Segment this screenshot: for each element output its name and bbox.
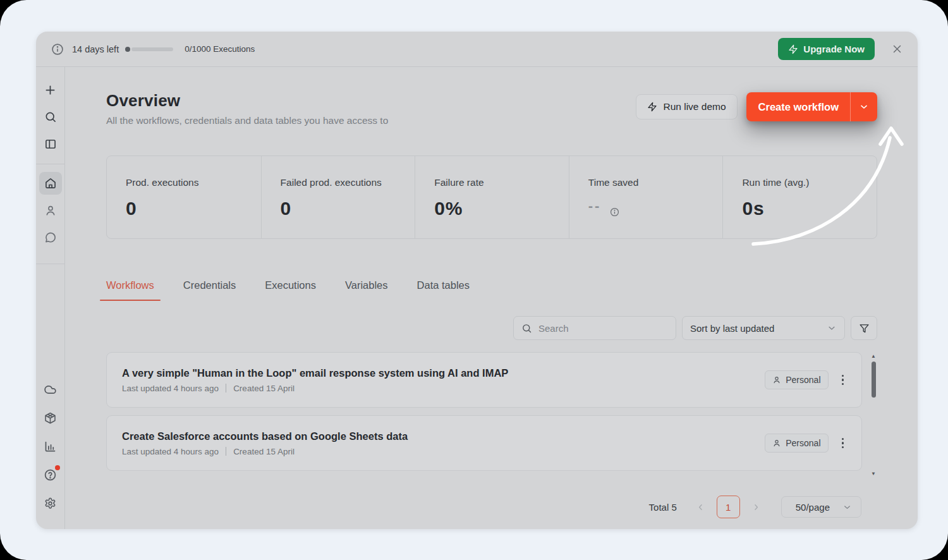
stat-failure-rate: Failure rate 0% bbox=[415, 156, 569, 238]
kebab-menu-icon[interactable] bbox=[839, 435, 847, 451]
page-title: Overview bbox=[106, 91, 388, 111]
search-input-wrapper bbox=[513, 316, 676, 340]
trial-banner: 14 days left 0/1000 Executions Upgrade N… bbox=[36, 32, 918, 67]
sidebar bbox=[36, 67, 65, 529]
tab-variables[interactable]: Variables bbox=[345, 279, 388, 301]
person-icon bbox=[772, 439, 781, 447]
stat-time-saved: Time saved -- bbox=[569, 156, 723, 238]
filter-icon bbox=[859, 323, 870, 334]
sidebar-item-chat[interactable] bbox=[39, 226, 62, 249]
info-icon bbox=[51, 43, 64, 56]
workflow-updated: Last updated 4 hours ago bbox=[122, 384, 219, 393]
page-background: 14 days left 0/1000 Executions Upgrade N… bbox=[0, 0, 948, 560]
scrollbar-thumb[interactable] bbox=[872, 362, 876, 398]
panel-toggle-icon[interactable] bbox=[39, 133, 62, 155]
ownership-badge[interactable]: Personal bbox=[765, 434, 828, 453]
chevron-down-icon bbox=[842, 502, 852, 512]
executions-quota: 0/1000 Executions bbox=[185, 44, 255, 54]
tab-data-tables[interactable]: Data tables bbox=[417, 279, 470, 301]
pagination-total: Total 5 bbox=[649, 502, 677, 513]
workflow-card[interactable]: A very simple "Human in the Loop" email … bbox=[106, 352, 862, 408]
sidebar-divider bbox=[36, 164, 65, 164]
workflow-list: A very simple "Human in the Loop" email … bbox=[106, 352, 877, 478]
stat-run-time-avg: Run time (avg.) 0s bbox=[722, 156, 877, 238]
executions-progress-bar bbox=[125, 47, 173, 52]
meta-divider bbox=[226, 384, 226, 393]
workflow-title: Create Salesforce accounts based on Goog… bbox=[122, 430, 408, 442]
chevron-down-icon bbox=[827, 323, 837, 333]
page-subtitle: All the workflows, credentials and data … bbox=[106, 115, 388, 126]
help-icon[interactable] bbox=[39, 463, 62, 486]
stat-prod-executions: Prod. executions 0 bbox=[107, 156, 261, 238]
notification-dot bbox=[55, 465, 60, 470]
person-icon bbox=[772, 375, 781, 384]
workflow-title: A very simple "Human in the Loop" email … bbox=[122, 367, 508, 379]
new-workflow-plus-icon[interactable] bbox=[39, 78, 62, 101]
cloud-icon[interactable] bbox=[39, 378, 62, 401]
chevron-left-icon[interactable] bbox=[692, 502, 709, 512]
info-icon[interactable] bbox=[610, 207, 619, 217]
sidebar-item-users[interactable] bbox=[39, 199, 62, 222]
zap-icon bbox=[788, 44, 798, 54]
tab-credentials[interactable]: Credentials bbox=[183, 279, 236, 301]
main-content: Overview All the workflows, credentials … bbox=[65, 67, 918, 529]
filter-button[interactable] bbox=[851, 316, 877, 340]
page-size-dropdown[interactable]: 50/page bbox=[781, 496, 861, 518]
sidebar-divider bbox=[36, 264, 65, 264]
sidebar-item-home[interactable] bbox=[39, 172, 62, 195]
close-banner-icon[interactable] bbox=[892, 44, 902, 54]
tab-workflows[interactable]: Workflows bbox=[106, 279, 154, 301]
upgrade-now-button[interactable]: Upgrade Now bbox=[778, 38, 875, 60]
resource-tabs: Workflows Credentials Executions Variabl… bbox=[106, 279, 877, 301]
kebab-menu-icon[interactable] bbox=[839, 372, 847, 388]
package-icon[interactable] bbox=[39, 406, 62, 429]
workflow-card[interactable]: Create Salesforce accounts based on Goog… bbox=[106, 415, 862, 471]
run-live-demo-button[interactable]: Run live demo bbox=[636, 94, 737, 119]
trial-days-left: 14 days left bbox=[72, 44, 119, 54]
chevron-right-icon[interactable] bbox=[748, 502, 765, 512]
stat-failed-prod-executions: Failed prod. executions 0 bbox=[261, 156, 415, 238]
workflow-created: Created 15 April bbox=[233, 447, 295, 456]
bar-chart-icon[interactable] bbox=[39, 435, 62, 458]
workflow-created: Created 15 April bbox=[233, 384, 295, 393]
create-workflow-button[interactable]: Create workflow bbox=[746, 92, 877, 121]
chevron-down-icon[interactable] bbox=[851, 102, 877, 112]
meta-divider bbox=[226, 447, 226, 456]
list-scrollbar[interactable]: ▲ ▼ bbox=[870, 354, 877, 477]
ownership-badge[interactable]: Personal bbox=[765, 370, 828, 389]
app-window: 14 days left 0/1000 Executions Upgrade N… bbox=[36, 32, 918, 529]
gear-icon[interactable] bbox=[39, 492, 62, 514]
pagination: Total 5 1 50/page bbox=[106, 496, 877, 518]
zap-icon bbox=[647, 102, 657, 112]
search-icon bbox=[521, 323, 532, 334]
tab-executions[interactable]: Executions bbox=[265, 279, 316, 301]
sort-dropdown[interactable]: Sort by last updated bbox=[682, 316, 845, 340]
scroll-up-icon[interactable]: ▲ bbox=[871, 354, 876, 359]
page-number-button[interactable]: 1 bbox=[717, 496, 740, 518]
scroll-down-icon[interactable]: ▼ bbox=[871, 472, 876, 477]
search-icon[interactable] bbox=[39, 106, 62, 128]
search-input[interactable] bbox=[538, 323, 668, 334]
workflow-updated: Last updated 4 hours ago bbox=[122, 447, 219, 456]
stats-row: Prod. executions 0 Failed prod. executio… bbox=[106, 155, 877, 239]
